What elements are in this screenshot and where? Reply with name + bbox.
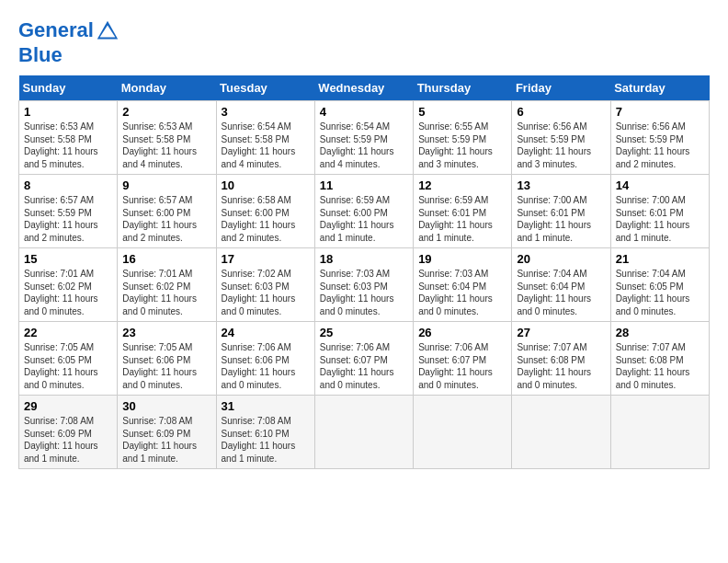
day-info: Sunrise: 6:57 AM Sunset: 5:59 PM Dayligh… — [24, 194, 112, 244]
calendar-cell: 24Sunrise: 7:06 AM Sunset: 6:06 PM Dayli… — [216, 322, 314, 396]
calendar-cell: 27Sunrise: 7:07 AM Sunset: 6:08 PM Dayli… — [512, 322, 610, 396]
day-info: Sunrise: 7:06 AM Sunset: 6:06 PM Dayligh… — [222, 341, 310, 391]
calendar-cell: 9Sunrise: 6:57 AM Sunset: 6:00 PM Daylig… — [118, 175, 216, 248]
calendar-cell — [314, 396, 413, 469]
day-number: 21 — [616, 252, 704, 266]
day-number: 16 — [122, 252, 210, 266]
day-number: 26 — [418, 326, 506, 339]
day-number: 23 — [122, 326, 210, 339]
day-info: Sunrise: 7:01 AM Sunset: 6:02 PM Dayligh… — [24, 268, 112, 317]
day-info: Sunrise: 6:57 AM Sunset: 6:00 PM Dayligh… — [122, 194, 210, 244]
calendar-cell: 25Sunrise: 7:06 AM Sunset: 6:07 PM Dayli… — [314, 322, 413, 396]
weekday-header-wednesday: Wednesday — [314, 75, 413, 101]
calendar-cell: 30Sunrise: 7:08 AM Sunset: 6:09 PM Dayli… — [118, 396, 216, 469]
day-number: 7 — [616, 105, 704, 119]
day-info: Sunrise: 7:00 AM Sunset: 6:01 PM Dayligh… — [517, 194, 605, 244]
day-info: Sunrise: 7:07 AM Sunset: 6:08 PM Dayligh… — [616, 341, 704, 391]
day-info: Sunrise: 7:08 AM Sunset: 6:09 PM Dayligh… — [24, 415, 112, 465]
calendar-cell: 26Sunrise: 7:06 AM Sunset: 6:07 PM Dayli… — [414, 322, 512, 396]
day-number: 24 — [222, 326, 310, 339]
day-number: 14 — [616, 178, 704, 192]
calendar-cell: 23Sunrise: 7:05 AM Sunset: 6:06 PM Dayli… — [118, 322, 216, 396]
calendar-table: SundayMondayTuesdayWednesdayThursdayFrid… — [18, 75, 710, 469]
day-number: 29 — [24, 399, 112, 413]
calendar-cell: 12Sunrise: 6:59 AM Sunset: 6:01 PM Dayli… — [414, 175, 512, 248]
calendar-cell: 6Sunrise: 6:56 AM Sunset: 5:59 PM Daylig… — [512, 101, 610, 175]
calendar-cell: 19Sunrise: 7:03 AM Sunset: 6:04 PM Dayli… — [414, 248, 512, 322]
calendar-cell: 8Sunrise: 6:57 AM Sunset: 5:59 PM Daylig… — [19, 175, 118, 248]
weekday-header-sunday: Sunday — [19, 75, 118, 101]
calendar-cell — [414, 396, 512, 469]
calendar-cell: 16Sunrise: 7:01 AM Sunset: 6:02 PM Dayli… — [118, 248, 216, 322]
day-number: 18 — [320, 252, 408, 266]
calendar-cell: 14Sunrise: 7:00 AM Sunset: 6:01 PM Dayli… — [610, 175, 709, 248]
calendar-cell: 5Sunrise: 6:55 AM Sunset: 5:59 PM Daylig… — [414, 101, 512, 175]
logo-text: GeneralBlue — [18, 18, 121, 66]
day-number: 20 — [517, 252, 605, 266]
day-number: 10 — [222, 178, 310, 192]
day-number: 28 — [616, 326, 704, 339]
calendar-cell: 1Sunrise: 6:53 AM Sunset: 5:58 PM Daylig… — [19, 101, 118, 175]
day-info: Sunrise: 6:56 AM Sunset: 5:59 PM Dayligh… — [616, 121, 704, 170]
weekday-header-tuesday: Tuesday — [216, 75, 314, 101]
day-info: Sunrise: 6:55 AM Sunset: 5:59 PM Dayligh… — [418, 121, 506, 170]
day-number: 30 — [122, 399, 210, 413]
calendar-cell: 11Sunrise: 6:59 AM Sunset: 6:00 PM Dayli… — [314, 175, 413, 248]
day-number: 27 — [517, 326, 605, 339]
calendar-cell: 29Sunrise: 7:08 AM Sunset: 6:09 PM Dayli… — [19, 396, 118, 469]
day-info: Sunrise: 6:59 AM Sunset: 6:01 PM Dayligh… — [418, 194, 506, 244]
day-info: Sunrise: 7:07 AM Sunset: 6:08 PM Dayligh… — [517, 341, 605, 391]
day-info: Sunrise: 7:00 AM Sunset: 6:01 PM Dayligh… — [616, 194, 704, 244]
day-number: 1 — [24, 105, 112, 119]
day-info: Sunrise: 6:54 AM Sunset: 5:59 PM Dayligh… — [320, 121, 408, 170]
day-number: 2 — [122, 105, 210, 119]
calendar-cell: 10Sunrise: 6:58 AM Sunset: 6:00 PM Dayli… — [216, 175, 314, 248]
day-info: Sunrise: 7:08 AM Sunset: 6:09 PM Dayligh… — [122, 415, 210, 465]
day-info: Sunrise: 7:03 AM Sunset: 6:03 PM Dayligh… — [320, 268, 408, 317]
day-info: Sunrise: 7:05 AM Sunset: 6:06 PM Dayligh… — [122, 341, 210, 391]
day-number: 31 — [222, 399, 310, 413]
logo: GeneralBlue — [18, 18, 121, 66]
calendar-cell — [610, 396, 709, 469]
calendar-cell: 20Sunrise: 7:04 AM Sunset: 6:04 PM Dayli… — [512, 248, 610, 322]
day-info: Sunrise: 6:56 AM Sunset: 5:59 PM Dayligh… — [517, 121, 605, 170]
weekday-header-monday: Monday — [118, 75, 216, 101]
day-number: 8 — [24, 178, 112, 192]
page-header: GeneralBlue — [18, 18, 710, 66]
day-number: 22 — [24, 326, 112, 339]
day-number: 11 — [320, 178, 408, 192]
calendar-cell: 22Sunrise: 7:05 AM Sunset: 6:05 PM Dayli… — [19, 322, 118, 396]
day-number: 15 — [24, 252, 112, 266]
weekday-header-saturday: Saturday — [610, 75, 709, 101]
day-info: Sunrise: 7:05 AM Sunset: 6:05 PM Dayligh… — [24, 341, 112, 391]
day-number: 12 — [418, 178, 506, 192]
day-number: 9 — [122, 178, 210, 192]
day-info: Sunrise: 6:53 AM Sunset: 5:58 PM Dayligh… — [122, 121, 210, 170]
day-number: 4 — [320, 105, 408, 119]
day-info: Sunrise: 6:59 AM Sunset: 6:00 PM Dayligh… — [320, 194, 408, 244]
calendar-cell: 3Sunrise: 6:54 AM Sunset: 5:58 PM Daylig… — [216, 101, 314, 175]
day-info: Sunrise: 7:08 AM Sunset: 6:10 PM Dayligh… — [222, 415, 310, 465]
calendar-cell: 13Sunrise: 7:00 AM Sunset: 6:01 PM Dayli… — [512, 175, 610, 248]
day-info: Sunrise: 6:53 AM Sunset: 5:58 PM Dayligh… — [24, 121, 112, 170]
day-number: 19 — [418, 252, 506, 266]
day-number: 3 — [222, 105, 310, 119]
day-info: Sunrise: 7:04 AM Sunset: 6:05 PM Dayligh… — [616, 268, 704, 317]
calendar-cell: 15Sunrise: 7:01 AM Sunset: 6:02 PM Dayli… — [19, 248, 118, 322]
day-number: 25 — [320, 326, 408, 339]
day-info: Sunrise: 7:06 AM Sunset: 6:07 PM Dayligh… — [320, 341, 408, 391]
day-number: 6 — [517, 105, 605, 119]
day-info: Sunrise: 7:03 AM Sunset: 6:04 PM Dayligh… — [418, 268, 506, 317]
day-info: Sunrise: 7:01 AM Sunset: 6:02 PM Dayligh… — [122, 268, 210, 317]
day-info: Sunrise: 6:58 AM Sunset: 6:00 PM Dayligh… — [222, 194, 310, 244]
weekday-header-thursday: Thursday — [414, 75, 512, 101]
calendar-cell — [512, 396, 610, 469]
day-info: Sunrise: 7:06 AM Sunset: 6:07 PM Dayligh… — [418, 341, 506, 391]
day-info: Sunrise: 7:02 AM Sunset: 6:03 PM Dayligh… — [222, 268, 310, 317]
calendar-cell: 28Sunrise: 7:07 AM Sunset: 6:08 PM Dayli… — [610, 322, 709, 396]
day-number: 17 — [222, 252, 310, 266]
day-info: Sunrise: 7:04 AM Sunset: 6:04 PM Dayligh… — [517, 268, 605, 317]
day-number: 5 — [418, 105, 506, 119]
day-number: 13 — [517, 178, 605, 192]
calendar-cell: 31Sunrise: 7:08 AM Sunset: 6:10 PM Dayli… — [216, 396, 314, 469]
